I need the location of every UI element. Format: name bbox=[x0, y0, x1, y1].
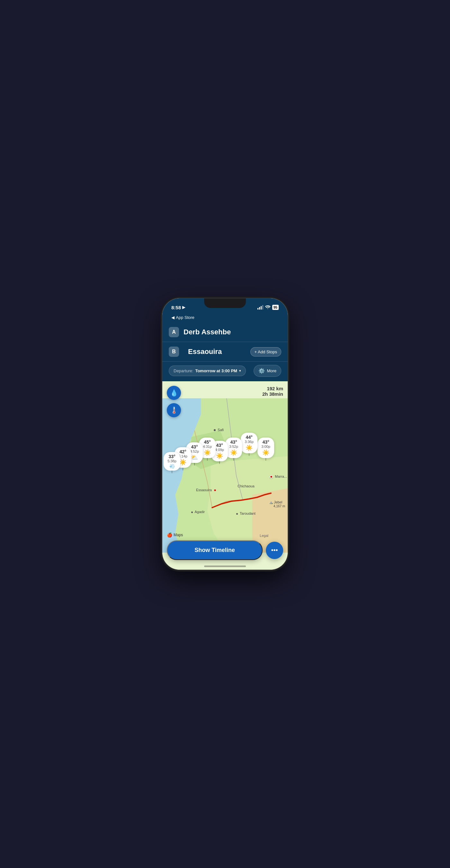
wifi-icon bbox=[265, 305, 270, 310]
distance-display: 192 km bbox=[262, 386, 283, 391]
city-label-safi: Safi bbox=[214, 428, 224, 432]
rain-drops-icon: 💧 bbox=[170, 389, 178, 397]
battery-indicator: 95 bbox=[272, 305, 279, 310]
back-arrow-icon: ◀ bbox=[171, 315, 174, 320]
phone-frame: 8:58 ▶ 95 bbox=[162, 298, 288, 570]
city-label-jebel: ⛰️ Jebel 4,167 m bbox=[269, 500, 285, 508]
weather-marker-2: 44° 3:36p ☀️ bbox=[241, 433, 257, 456]
more-button[interactable]: ⚙️ More bbox=[254, 365, 281, 377]
map-container[interactable]: 192 km 2h 38min 💧 🌡️ Safi Essaouira bbox=[162, 381, 288, 570]
point-a-label: A bbox=[169, 327, 179, 337]
point-b-name[interactable]: Essaouira bbox=[188, 347, 222, 356]
departure-row: Departure: Tomorrow at 3:00 PM ▾ ⚙️ More bbox=[162, 362, 288, 381]
more-circle-button[interactable]: ••• bbox=[266, 542, 283, 559]
maps-attribution: 🍎 Maps bbox=[167, 532, 183, 537]
departure-value: Tomorrow at 3:00 PM bbox=[195, 368, 237, 373]
show-timeline-button[interactable]: Show Timeline bbox=[167, 540, 263, 560]
route-point-a: A Derb Assehbe bbox=[162, 322, 288, 342]
map-controls: 💧 🌡️ bbox=[167, 386, 181, 417]
screen: 8:58 ▶ 95 bbox=[162, 298, 288, 570]
location-arrow: ▶ bbox=[182, 305, 185, 310]
legal-text[interactable]: Legal bbox=[260, 534, 268, 537]
duration-display: 2h 38min bbox=[262, 391, 283, 397]
notch bbox=[204, 298, 246, 308]
departure-selector[interactable]: Departure: Tomorrow at 3:00 PM ▾ bbox=[169, 366, 246, 376]
point-b-label: B bbox=[169, 346, 179, 357]
weather-marker-8: 33° 5:38p 💨 bbox=[164, 452, 180, 473]
distance-info: 192 km 2h 38min bbox=[262, 386, 283, 397]
time-display: 8:58 bbox=[171, 305, 181, 310]
rain-button[interactable]: 💧 bbox=[167, 386, 181, 400]
thermometer-icon: 🌡️ bbox=[170, 406, 178, 414]
point-a-name[interactable]: Derb Assehbe bbox=[184, 328, 281, 336]
city-label-agadir: Agadir bbox=[191, 510, 205, 514]
city-label-marrakesh: Marra... bbox=[270, 474, 287, 478]
bottom-bar: Show Timeline ••• bbox=[167, 540, 283, 560]
ellipsis-icon: ••• bbox=[271, 547, 278, 554]
route-point-b: B Essaouira + Add Stops bbox=[162, 342, 288, 362]
city-label-taroudant: Taroudant bbox=[236, 512, 256, 515]
weather-marker-1: 43° 3:00p ☀️ bbox=[257, 437, 274, 461]
city-label-chichaoua: Chichaoua bbox=[237, 484, 255, 488]
chevron-down-icon: ▾ bbox=[239, 369, 241, 373]
status-left: 8:58 ▶ bbox=[171, 305, 185, 310]
city-label-essaouira: Essaouira bbox=[196, 488, 216, 492]
route-header: A Derb Assehbe B Essaouira + Add Stops bbox=[162, 322, 288, 362]
signal-bars bbox=[257, 305, 263, 310]
gear-icon: ⚙️ bbox=[258, 368, 265, 374]
departure-label: Departure: bbox=[173, 368, 193, 373]
back-label: App Store bbox=[176, 315, 194, 320]
maps-logo: Maps bbox=[173, 533, 183, 537]
add-stops-button[interactable]: + Add Stops bbox=[250, 347, 281, 356]
temperature-button[interactable]: 🌡️ bbox=[167, 403, 181, 417]
home-indicator bbox=[204, 565, 246, 567]
status-right: 95 bbox=[257, 305, 279, 310]
more-label: More bbox=[267, 368, 277, 373]
back-navigation[interactable]: ◀ App Store bbox=[162, 314, 288, 322]
